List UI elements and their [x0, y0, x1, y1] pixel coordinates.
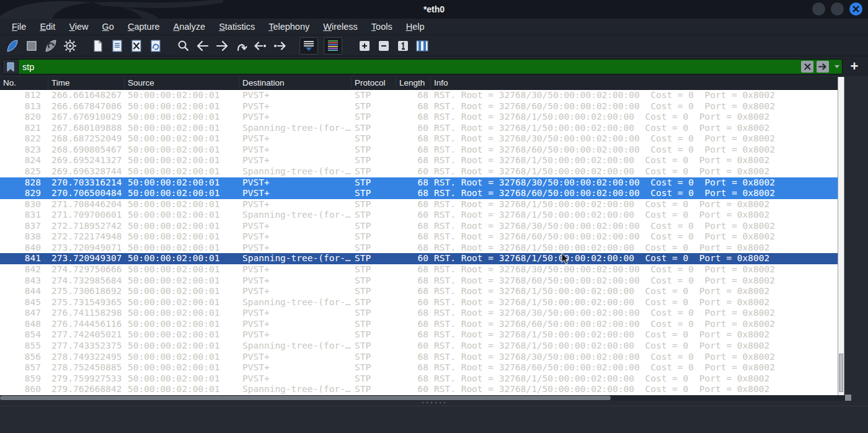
add-filter-button[interactable]: +: [847, 58, 862, 74]
colorize-packets-button[interactable]: [324, 37, 342, 55]
cell-source: 50:00:00:02:00:01: [125, 362, 239, 373]
column-header-info[interactable]: Info: [431, 77, 844, 89]
packet-row[interactable]: 820 267.676910029 50:00:00:02:00:01 PVST…: [0, 112, 838, 123]
packet-row[interactable]: 831 271.709700601 50:00:00:02:00:01 Span…: [0, 210, 838, 221]
auto-scroll-button[interactable]: [299, 37, 318, 55]
cell-no: 812: [0, 90, 48, 101]
menu-statistics[interactable]: Statistics: [212, 19, 262, 35]
caret-down-icon: [835, 65, 839, 68]
menu-file[interactable]: File: [5, 19, 33, 35]
packet-row[interactable]: 830 271.708446204 50:00:00:02:00:01 PVST…: [0, 199, 838, 210]
reload-file-button[interactable]: [148, 37, 164, 55]
cell-no: 845: [0, 297, 48, 308]
menu-help[interactable]: Help: [399, 19, 432, 35]
vertical-scrollbar-thumb[interactable]: [839, 354, 843, 392]
packet-row[interactable]: 859 279.759927533 50:00:00:02:00:01 PVST…: [0, 373, 838, 385]
packet-row[interactable]: 821 267.680109888 50:00:00:02:00:01 Span…: [0, 123, 838, 134]
capture-options-button[interactable]: [62, 37, 78, 55]
cell-no: 820: [0, 112, 48, 123]
menu-capture[interactable]: Capture: [121, 19, 167, 35]
packet-row[interactable]: 845 275.731549365 50:00:00:02:00:01 Span…: [0, 297, 838, 308]
menu-view[interactable]: View: [62, 19, 95, 35]
filter-apply-button[interactable]: [817, 61, 829, 73]
cell-no: 837: [0, 221, 48, 232]
save-file-button[interactable]: [109, 37, 125, 55]
resize-columns-button[interactable]: [414, 37, 430, 55]
packet-row[interactable]: 823 268.690805467 50:00:00:02:00:01 PVST…: [0, 145, 838, 156]
cell-destination: PVST+: [239, 188, 352, 199]
cell-source: 50:00:00:02:00:01: [125, 210, 239, 221]
menu-analyze[interactable]: Analyze: [167, 19, 213, 35]
stop-capture-button[interactable]: [24, 37, 40, 55]
find-packet-button[interactable]: [175, 37, 192, 55]
cell-time: 276.741158298: [48, 308, 125, 319]
vertical-scrollbar[interactable]: [838, 77, 844, 395]
menu-go[interactable]: Go: [95, 19, 121, 35]
horizontal-scrollbar-thumb[interactable]: [0, 396, 611, 400]
packet-row[interactable]: 822 268.687252049 50:00:00:02:00:01 PVST…: [0, 133, 838, 145]
column-header-source[interactable]: Source: [125, 77, 239, 89]
cell-length: 68: [396, 362, 431, 373]
packet-row[interactable]: 841 273.720949307 50:00:00:02:00:01 Span…: [0, 253, 838, 264]
restart-capture-button[interactable]: [43, 37, 59, 55]
filter-history-dropdown[interactable]: [832, 59, 842, 74]
scrollbar-corner: [845, 395, 851, 401]
menu-telephony[interactable]: Telephony: [262, 19, 316, 35]
cell-destination: Spanning-tree-(for-…: [239, 123, 352, 134]
column-header-protocol[interactable]: Protocol: [352, 77, 396, 89]
packet-row[interactable]: 848 276.744456116 50:00:00:02:00:01 PVST…: [0, 319, 838, 330]
packet-row[interactable]: 844 275.730618692 50:00:00:02:00:01 PVST…: [0, 286, 838, 297]
packet-row[interactable]: 825 269.696328744 50:00:00:02:00:01 Span…: [0, 166, 838, 177]
go-last-packet-button[interactable]: [272, 37, 288, 55]
column-header-destination[interactable]: Destination: [239, 77, 352, 89]
packet-row[interactable]: 837 272.718952742 50:00:00:02:00:01 PVST…: [0, 221, 838, 232]
packet-row[interactable]: 840 273.720949071 50:00:00:02:00:01 PVST…: [0, 243, 838, 254]
packet-row[interactable]: 843 274.732985684 50:00:00:02:00:01 PVST…: [0, 275, 838, 287]
close-file-button[interactable]: [128, 37, 144, 55]
minimize-button[interactable]: [812, 2, 825, 16]
go-back-button[interactable]: [195, 37, 211, 55]
cell-length: 60: [396, 166, 431, 177]
filter-clear-button[interactable]: [801, 61, 813, 73]
pane-splitter[interactable]: ······: [0, 401, 868, 406]
go-to-packet-button[interactable]: [233, 37, 249, 55]
packet-row[interactable]: 854 277.742405021 50:00:00:02:00:01 PVST…: [0, 329, 838, 341]
go-forward-button[interactable]: [214, 37, 230, 55]
cell-length: 68: [396, 188, 431, 199]
cell-protocol: STP: [352, 123, 396, 134]
display-filter-field[interactable]: stp: [2, 59, 843, 74]
zoom-in-button[interactable]: [356, 37, 373, 55]
packet-row[interactable]: 855 277.743352375 50:00:00:02:00:01 Span…: [0, 341, 838, 352]
filter-bookmark-button[interactable]: [2, 59, 19, 74]
packet-row[interactable]: 860 279.762668842 50:00:00:02:00:01 Span…: [0, 384, 838, 395]
packet-row[interactable]: 838 272.722174948 50:00:00:02:00:01 PVST…: [0, 231, 838, 243]
save-document-icon: [110, 38, 125, 53]
column-header-time[interactable]: Time: [48, 77, 125, 89]
packet-row[interactable]: 847 276.741158298 50:00:00:02:00:01 PVST…: [0, 308, 838, 319]
cell-source: 50:00:00:02:00:01: [125, 253, 239, 264]
filter-input[interactable]: stp: [19, 62, 801, 72]
packet-row[interactable]: 828 270.703316214 50:00:00:02:00:01 PVST…: [0, 177, 838, 189]
packet-row[interactable]: 824 269.695241327 50:00:00:02:00:01 PVST…: [0, 155, 838, 166]
go-first-packet-button[interactable]: [252, 37, 268, 55]
cell-destination: PVST+: [239, 177, 352, 189]
packet-row[interactable]: 829 270.706500484 50:00:00:02:00:01 PVST…: [0, 188, 838, 199]
start-capture-button[interactable]: [4, 37, 20, 55]
close-button[interactable]: [849, 2, 862, 16]
maximize-button[interactable]: [831, 2, 844, 16]
resize-columns-icon: [415, 38, 430, 53]
zoom-out-button[interactable]: [376, 37, 392, 55]
column-header-length[interactable]: Length: [396, 77, 431, 89]
menu-wireless[interactable]: Wireless: [316, 19, 365, 35]
packet-row[interactable]: 813 266.667847086 50:00:00:02:00:01 PVST…: [0, 101, 838, 112]
cell-source: 50:00:00:02:00:01: [125, 297, 239, 308]
packet-row[interactable]: 812 266.661648267 50:00:00:02:00:01 PVST…: [0, 90, 838, 101]
column-header-no[interactable]: No.: [0, 77, 48, 89]
packet-row[interactable]: 856 278.749322495 50:00:00:02:00:01 PVST…: [0, 352, 838, 363]
packet-row[interactable]: 842 274.729750666 50:00:00:02:00:01 PVST…: [0, 264, 838, 275]
open-file-button[interactable]: [90, 37, 106, 55]
packet-row[interactable]: 857 278.752450885 50:00:00:02:00:01 PVST…: [0, 362, 838, 373]
zoom-100-button[interactable]: [395, 37, 411, 55]
menu-edit[interactable]: Edit: [33, 19, 62, 35]
menu-tools[interactable]: Tools: [365, 19, 399, 35]
